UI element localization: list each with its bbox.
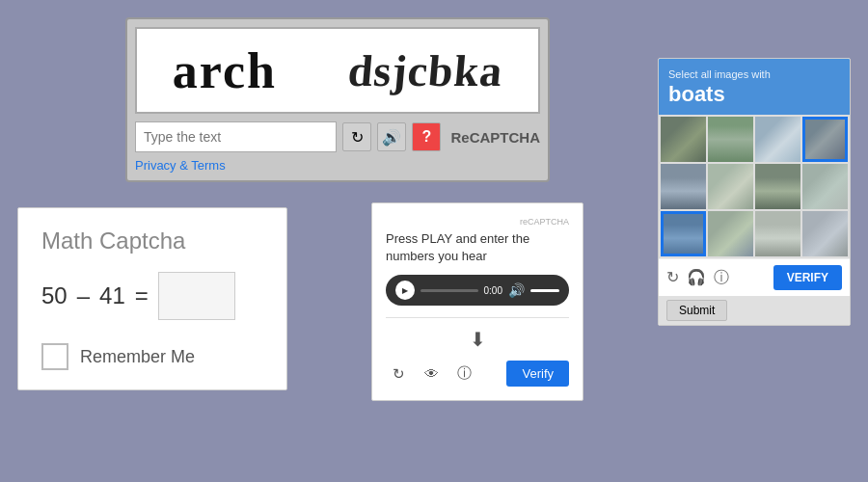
captcha-audio-button[interactable]: 🔊 [377,122,406,151]
audio-progress-bar[interactable] [420,289,478,292]
text-captcha-widget: arch dsjcbka ↻ 🔊 ? ReCAPTCHA Privacy & T… [125,17,550,182]
audio-icon: 🔊 [382,128,401,147]
image-cell-6[interactable] [708,164,753,209]
image-info-button[interactable]: ⓘ [714,268,729,288]
image-cell-9[interactable] [661,211,706,256]
image-verify-button[interactable]: VERIFY [773,265,842,290]
audio-instruction: Press PLAY and enter the numbers you hea… [386,230,569,265]
captcha-refresh-button[interactable]: ↻ [342,122,371,151]
image-audio-button[interactable]: 🎧 [687,268,706,288]
audio-player: ▶ 0:00 🔊 [386,275,569,306]
math-answer-input[interactable] [158,272,235,320]
image-cell-8[interactable] [802,164,848,209]
image-cell-5[interactable] [661,164,706,209]
captcha-help-button[interactable]: ? [412,122,441,151]
image-captcha-category: boats [668,82,840,107]
audio-divider [386,317,569,318]
image-cell-2[interactable] [708,117,753,162]
image-captcha-widget: Select all images with boats ↻ 🎧 ⓘ VERIF… [658,58,851,326]
audio-time-display: 0:00 [484,285,502,296]
math-captcha-title: Math Captcha [41,228,263,254]
image-cell-7[interactable] [755,164,800,209]
captcha-word-1: arch [173,42,277,99]
privacy-terms-link[interactable]: Privacy & Terms [135,158,226,173]
audio-volume-bar[interactable] [530,289,559,292]
image-cell-11[interactable] [755,211,800,256]
remember-me-label: Remember Me [80,347,195,367]
image-refresh-button[interactable]: ↻ [666,268,679,288]
image-submit-bar: Submit [659,296,850,325]
captcha-text-input[interactable] [135,121,337,152]
image-cell-12[interactable] [802,211,848,256]
audio-captcha-widget: reCAPTCHA Press PLAY and enter the numbe… [371,202,583,401]
audio-verify-button[interactable]: Verify [506,361,569,387]
audio-recaptcha-label: reCAPTCHA [386,217,569,227]
image-captcha-instruction: Select all images with [668,68,840,80]
math-num2: 41 [99,282,125,309]
image-cell-1[interactable] [661,117,706,162]
refresh-icon: ↻ [351,128,364,147]
image-cell-10[interactable] [708,211,753,256]
recaptcha-label: ReCAPTCHA [450,129,540,146]
math-equation: 50 – 41 = [41,272,263,320]
math-equals: = [135,282,149,309]
image-cell-3[interactable] [755,117,800,162]
audio-volume-icon: 🔊 [508,282,525,298]
audio-download-button[interactable]: ⬇ [386,328,569,351]
image-captcha-header: Select all images with boats [659,59,850,115]
audio-eye-button[interactable]: 👁 [419,362,444,387]
math-captcha-widget: Math Captcha 50 – 41 = Remember Me [17,207,287,390]
remember-me-row: Remember Me [41,343,263,370]
captcha-footer: Privacy & Terms [135,158,540,173]
image-captcha-footer: ↻ 🎧 ⓘ VERIFY [659,258,850,296]
audio-info-button[interactable]: ⓘ [451,362,476,387]
image-grid [659,115,850,258]
help-icon: ? [422,128,432,146]
remember-me-checkbox[interactable] [41,343,68,370]
audio-refresh-button[interactable]: ↻ [386,362,411,387]
image-cell-4[interactable] [802,117,848,162]
math-num1: 50 [41,282,68,309]
image-submit-button[interactable]: Submit [666,300,727,321]
audio-play-button[interactable]: ▶ [395,281,415,300]
math-operator: – [77,282,90,309]
captcha-controls: ↻ 🔊 ? ReCAPTCHA [135,121,540,152]
audio-footer: ↻ 👁 ⓘ Verify [386,361,569,387]
image-footer-icons: ↻ 🎧 ⓘ [666,268,729,288]
captcha-word-2: dsjcbka [345,45,504,96]
captcha-image-area: arch dsjcbka [135,27,540,114]
